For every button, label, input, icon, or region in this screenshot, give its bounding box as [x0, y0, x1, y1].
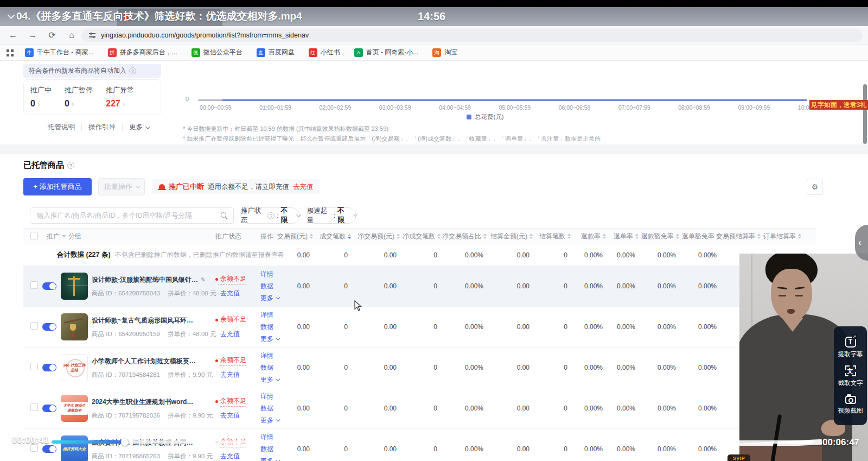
select-all-checkbox[interactable]	[30, 232, 38, 239]
help-icon[interactable]	[129, 67, 136, 74]
detail-link[interactable]: 详情	[260, 311, 288, 320]
detail-link[interactable]: 详情	[260, 270, 288, 279]
more-actions-link[interactable]: 更多	[260, 294, 288, 303]
add-managed-product-button[interactable]: + 添加托管商品	[23, 178, 92, 195]
recharge-link[interactable]: 去充值	[220, 452, 240, 461]
bookmark-item[interactable]: 淘 淘宝	[432, 48, 457, 57]
sort-icon[interactable]	[437, 233, 441, 239]
chevron-right-icon[interactable]: ›	[72, 100, 74, 108]
stat-item[interactable]: 推广暂停 0 ›	[65, 85, 93, 115]
address-bar[interactable]: yingxiao.pinduoduo.com/goods/promotion/l…	[81, 29, 863, 42]
promotion-toggle[interactable]	[42, 282, 56, 290]
sort-icon[interactable]	[397, 233, 400, 239]
row-checkbox[interactable]	[30, 281, 38, 289]
column-header[interactable]: 结算金额(元)	[491, 232, 537, 241]
scrollbar-thumb[interactable]	[863, 84, 867, 144]
batch-operation-button[interactable]: 批量操作	[98, 178, 145, 195]
forward-icon[interactable]: →	[26, 26, 39, 45]
video-tool-button[interactable]: ↗ 提取字幕	[838, 337, 863, 358]
recharge-link[interactable]: 去充值	[220, 330, 240, 339]
recharge-link[interactable]: 去充值	[220, 370, 240, 380]
promo-banner[interactable]: 见字如面，送君3礼	[809, 100, 868, 110]
recharge-link[interactable]: 去充值	[220, 411, 240, 420]
sort-icon[interactable]	[635, 233, 639, 239]
product-title[interactable]: 2024大学生职业生涯规划书word模板范文工作...	[92, 397, 198, 407]
video-tool-button[interactable]: 视频截图	[838, 394, 863, 415]
stat-item[interactable]: 推广中 0 ›	[30, 85, 52, 115]
column-header[interactable]: 净交易额(元)	[355, 232, 404, 241]
url-text[interactable]: yingxiao.pinduoduo.com/goods/promotion/l…	[101, 29, 309, 42]
video-progress-handle[interactable]	[121, 438, 129, 446]
boost-filter-dropdown[interactable]: 极速起量: 不限	[307, 207, 356, 224]
column-header[interactable]: 成交笔数	[317, 232, 355, 241]
filter-funnel-icon[interactable]	[62, 235, 66, 238]
sort-icon[interactable]	[757, 233, 761, 239]
column-header[interactable]: 订单结算率	[765, 232, 806, 241]
edit-icon[interactable]: ✎	[201, 276, 206, 283]
sort-icon[interactable]	[798, 233, 801, 239]
apps-grid-icon[interactable]	[7, 49, 9, 52]
sort-icon[interactable]	[348, 233, 351, 239]
data-link[interactable]: 数据	[260, 445, 288, 454]
bookmark-item[interactable]: 红 小红书	[309, 48, 340, 57]
sort-icon[interactable]	[310, 233, 313, 239]
row-checkbox[interactable]	[30, 403, 38, 411]
detail-link[interactable]: 详情	[260, 392, 288, 401]
product-title[interactable]: 小学教师个人工作计划范文模板英语语文数学...	[92, 357, 198, 366]
detail-link[interactable]: 详情	[260, 351, 288, 361]
status-badge[interactable]: 余额不足	[220, 315, 246, 325]
column-header[interactable]: 退单率	[610, 232, 643, 241]
promotion-toggle[interactable]	[42, 364, 56, 371]
search-icon[interactable]	[221, 212, 228, 219]
help-icon[interactable]	[67, 162, 74, 169]
group-column-header[interactable]: 分组	[68, 232, 81, 241]
bookmark-item[interactable]: A 首页 - 阿奇索·小...	[354, 48, 419, 57]
chevron-right-icon[interactable]: ›	[123, 100, 125, 108]
quick-link[interactable]: 托管说明	[48, 123, 75, 132]
back-icon[interactable]: ←	[7, 26, 20, 45]
more-actions-link[interactable]: 更多	[260, 416, 288, 425]
bookmark-item[interactable]: 拼 拼多多商家后台，...	[108, 48, 177, 57]
more-actions-link[interactable]: 更多	[260, 457, 288, 461]
promotion-toggle[interactable]	[42, 323, 56, 331]
data-link[interactable]: 数据	[260, 363, 288, 372]
data-link[interactable]: 数据	[260, 323, 288, 332]
status-badge[interactable]: 余额不足	[220, 396, 246, 407]
column-header[interactable]: 交易额结算率	[724, 232, 765, 241]
search-input[interactable]	[30, 208, 233, 223]
video-progress-bar[interactable]	[52, 440, 814, 444]
home-icon[interactable]: ⌂	[65, 26, 78, 45]
column-header[interactable]: 交易额(元)	[288, 232, 317, 241]
stat-item[interactable]: 推广异常 227 ›	[106, 85, 134, 115]
promotion-toggle[interactable]	[42, 405, 56, 412]
video-tool-button[interactable]: 文 截取文字	[838, 365, 863, 387]
gear-icon[interactable]: ⚙	[807, 179, 823, 195]
more-actions-link[interactable]: 更多	[260, 375, 288, 384]
bookmark-item[interactable]: 盘 百度网盘	[257, 48, 295, 57]
chevron-down-icon[interactable]	[8, 12, 15, 19]
quick-link[interactable]: 操作引导	[88, 123, 116, 132]
column-header[interactable]: 退款率	[575, 232, 610, 241]
column-header[interactable]: 退款豁免率	[643, 232, 684, 241]
column-header[interactable]: 结算笔数	[537, 232, 575, 241]
status-badge[interactable]: 余额不足	[220, 274, 246, 285]
more-link[interactable]: 更多	[129, 123, 149, 132]
recharge-link[interactable]: 去充值	[293, 182, 314, 192]
sort-icon[interactable]	[567, 233, 571, 239]
site-settings-icon[interactable]	[89, 33, 95, 37]
product-title[interactable]: 设计师款~复古气质扇形国风耳环女民族风耳饰...	[92, 316, 198, 325]
bookmark-item[interactable]: 微 微信公众平台	[192, 48, 242, 57]
row-checkbox[interactable]	[30, 363, 38, 370]
promotion-toggle[interactable]	[42, 445, 56, 453]
bookmark-item[interactable]: 牛 千牛工作台 - 商家...	[25, 48, 94, 57]
data-link[interactable]: 数据	[260, 404, 288, 413]
sort-icon[interactable]	[603, 233, 606, 239]
chevron-right-icon[interactable]: ›	[37, 100, 40, 108]
sort-icon[interactable]	[676, 233, 679, 239]
data-link[interactable]: 数据	[260, 282, 288, 291]
column-header[interactable]: 净成交笔数	[404, 232, 445, 241]
panel-collapse-handle[interactable]: ‹	[855, 225, 868, 261]
reload-icon[interactable]: ⟳	[46, 26, 59, 45]
recharge-link[interactable]: 去充值	[220, 289, 240, 298]
product-title[interactable]: 设计师款-汉服旗袍配饰中国风银针壹字耳坠镶...	[92, 275, 198, 285]
